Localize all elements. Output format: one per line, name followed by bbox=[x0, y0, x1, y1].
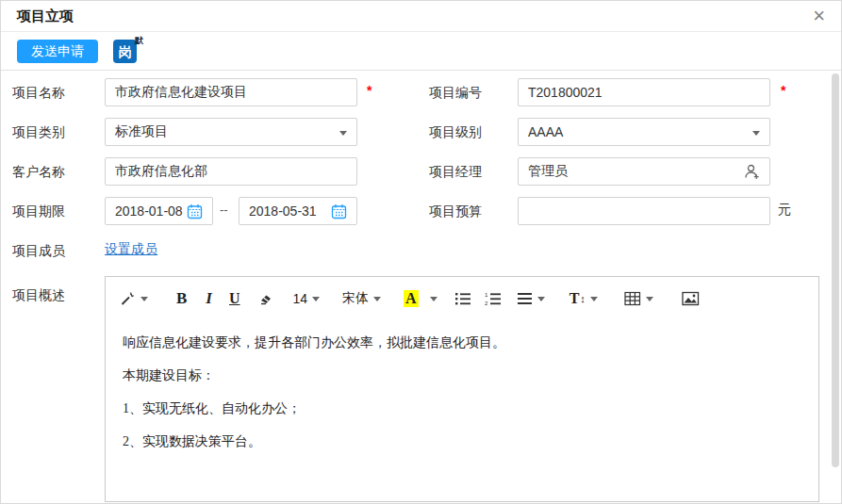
project-level-label: 项目级别 bbox=[429, 122, 482, 141]
budget-unit: 元 bbox=[778, 202, 791, 219]
required-asterisk: * bbox=[781, 83, 785, 98]
table-icon[interactable] bbox=[624, 291, 653, 306]
default-post-icon[interactable]: 岗 默 bbox=[113, 40, 137, 63]
editor-paragraph: 1、实现无纸化、自动化办公； bbox=[123, 392, 801, 425]
end-date-input[interactable]: 2018-05-31 bbox=[239, 197, 357, 225]
project-initiation-dialog: 项目立项 × 发送申请 岗 默 项目名称 * 项目编号 * 项目类别 标准项目 … bbox=[0, 0, 842, 504]
project-manager-label: 项目经理 bbox=[429, 162, 482, 181]
send-request-button[interactable]: 发送申请 bbox=[17, 40, 98, 63]
post-icon-glyph: 岗 bbox=[119, 45, 132, 58]
svg-text:2: 2 bbox=[485, 301, 488, 306]
rich-text-editor: B I U 14 宋体 bbox=[105, 276, 819, 502]
project-level-select[interactable]: AAAA bbox=[518, 118, 770, 146]
project-overview-label: 项目概述 bbox=[12, 285, 65, 304]
project-category-label: 项目类别 bbox=[12, 122, 65, 141]
customer-name-label: 客户名称 bbox=[12, 162, 65, 181]
project-members-label: 项目成员 bbox=[12, 241, 65, 260]
calendar-icon[interactable] bbox=[331, 203, 347, 219]
project-period-label: 项目期限 bbox=[12, 202, 65, 220]
project-code-input[interactable] bbox=[518, 78, 770, 106]
magic-wand-icon[interactable] bbox=[119, 290, 148, 307]
editor-paragraph: 2、实现数据决策平台。 bbox=[123, 425, 801, 458]
svg-text:1: 1 bbox=[485, 292, 488, 298]
vertical-scrollbar bbox=[832, 73, 839, 502]
person-add-icon[interactable] bbox=[743, 163, 760, 180]
bold-button[interactable]: B bbox=[176, 289, 187, 308]
close-icon[interactable]: × bbox=[813, 7, 825, 25]
italic-button[interactable]: I bbox=[206, 289, 212, 308]
editor-paragraph: 响应信息化建设要求，提升各部门办公效率，拟批建信息化项目。 bbox=[123, 326, 801, 359]
font-family-dropdown[interactable]: 宋体 bbox=[342, 290, 381, 307]
project-manager-value: 管理员 bbox=[528, 163, 743, 180]
set-members-link[interactable]: 设置成员 bbox=[105, 241, 157, 258]
title-bar: 项目立项 × bbox=[1, 1, 841, 32]
start-date-input[interactable]: 2018-01-08 bbox=[105, 197, 213, 225]
calendar-icon[interactable] bbox=[187, 203, 203, 219]
chevron-down-icon bbox=[339, 131, 347, 136]
project-budget-label: 项目预算 bbox=[429, 202, 482, 220]
editor-paragraph: 本期建设目标： bbox=[123, 359, 801, 392]
numbered-list-icon[interactable]: 1 2 bbox=[485, 291, 502, 306]
page-title: 项目立项 bbox=[17, 8, 74, 25]
scrollbar-thumb[interactable] bbox=[832, 73, 839, 467]
action-toolbar: 发送申请 岗 默 bbox=[1, 33, 841, 71]
project-code-label: 项目编号 bbox=[429, 83, 482, 102]
end-date-value: 2018-05-31 bbox=[249, 203, 331, 219]
image-icon[interactable] bbox=[682, 291, 700, 306]
date-range-separator: -- bbox=[220, 203, 228, 217]
bullet-list-icon[interactable] bbox=[454, 291, 471, 306]
required-asterisk: * bbox=[367, 83, 371, 98]
customer-name-input[interactable] bbox=[105, 157, 357, 186]
font-size-dropdown[interactable]: 14 bbox=[293, 291, 321, 306]
eraser-icon[interactable] bbox=[257, 290, 274, 307]
project-category-select[interactable]: 标准项目 bbox=[105, 118, 357, 146]
editor-body[interactable]: 响应信息化建设要求，提升各部门办公效率，拟批建信息化项目。 本期建设目标： 1、… bbox=[106, 320, 818, 463]
font-color-button[interactable]: A bbox=[404, 290, 438, 307]
project-level-value: AAAA bbox=[528, 124, 563, 139]
project-category-value: 标准项目 bbox=[115, 123, 168, 140]
project-name-label: 项目名称 bbox=[12, 83, 65, 102]
start-date-value: 2018-01-08 bbox=[115, 203, 187, 219]
editor-toolbar: B I U 14 宋体 bbox=[106, 277, 818, 320]
underline-button[interactable]: U bbox=[229, 290, 240, 307]
align-icon[interactable] bbox=[517, 292, 545, 305]
project-form: 项目名称 * 项目编号 * 项目类别 标准项目 项目级别 AAAA 客户名称 项… bbox=[1, 71, 841, 503]
project-budget-input[interactable] bbox=[518, 197, 770, 225]
line-height-dropdown[interactable]: T ↕ bbox=[570, 290, 598, 307]
project-manager-picker[interactable]: 管理员 bbox=[518, 157, 770, 186]
project-name-input[interactable] bbox=[105, 78, 357, 106]
chevron-down-icon[interactable] bbox=[430, 297, 438, 301]
chevron-down-icon bbox=[752, 131, 760, 136]
post-icon-badge: 默 bbox=[135, 35, 143, 47]
